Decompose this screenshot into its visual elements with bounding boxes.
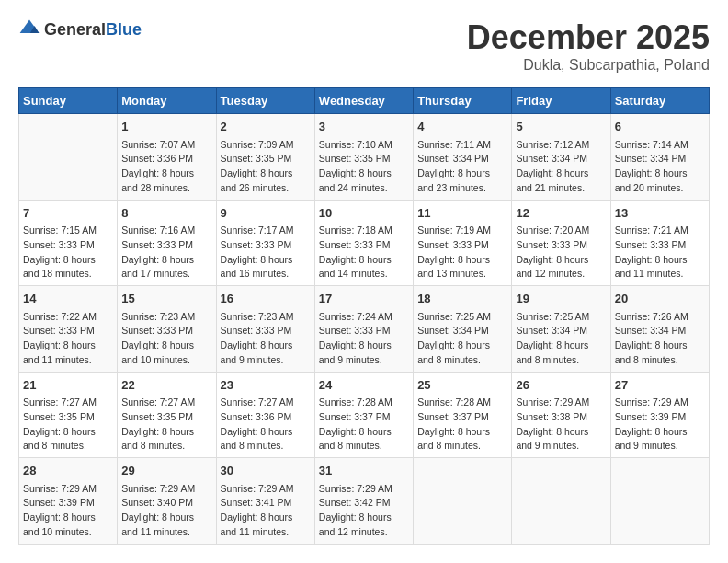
calendar-cell xyxy=(414,458,512,545)
day-number: 29 xyxy=(121,462,211,480)
calendar-cell: 25Sunrise: 7:28 AMSunset: 3:37 PMDayligh… xyxy=(414,372,512,458)
day-info: Sunrise: 7:21 AMSunset: 3:33 PMDaylight:… xyxy=(615,224,705,282)
logo-icon xyxy=(18,18,40,40)
calendar-cell: 4Sunrise: 7:11 AMSunset: 3:34 PMDaylight… xyxy=(414,114,512,201)
day-info: Sunrise: 7:27 AMSunset: 3:35 PMDaylight:… xyxy=(23,396,113,454)
week-row-3: 14Sunrise: 7:22 AMSunset: 3:33 PMDayligh… xyxy=(19,286,710,373)
day-number: 28 xyxy=(23,462,113,480)
day-number: 4 xyxy=(417,118,507,136)
day-info: Sunrise: 7:27 AMSunset: 3:35 PMDaylight:… xyxy=(121,396,211,454)
day-info: Sunrise: 7:07 AMSunset: 3:36 PMDaylight:… xyxy=(121,138,211,196)
header-day-tuesday: Tuesday xyxy=(216,88,314,114)
calendar-cell: 10Sunrise: 7:18 AMSunset: 3:33 PMDayligh… xyxy=(314,200,413,286)
day-number: 25 xyxy=(417,376,507,395)
calendar-cell: 1Sunrise: 7:07 AMSunset: 3:36 PMDaylight… xyxy=(118,114,216,201)
day-number: 27 xyxy=(615,376,705,395)
header-day-friday: Friday xyxy=(512,88,610,114)
calendar-cell: 30Sunrise: 7:29 AMSunset: 3:41 PMDayligh… xyxy=(216,458,314,545)
day-info: Sunrise: 7:27 AMSunset: 3:36 PMDaylight:… xyxy=(221,396,311,454)
day-number: 19 xyxy=(516,290,606,308)
day-info: Sunrise: 7:14 AMSunset: 3:34 PMDaylight:… xyxy=(615,138,705,196)
logo-blue: Blue xyxy=(106,20,142,39)
header-day-thursday: Thursday xyxy=(414,88,512,114)
calendar-cell: 9Sunrise: 7:17 AMSunset: 3:33 PMDaylight… xyxy=(216,200,314,286)
day-number: 10 xyxy=(319,204,409,223)
calendar-cell: 2Sunrise: 7:09 AMSunset: 3:35 PMDaylight… xyxy=(216,114,314,201)
day-info: Sunrise: 7:25 AMSunset: 3:34 PMDaylight:… xyxy=(516,310,606,368)
calendar-cell: 13Sunrise: 7:21 AMSunset: 3:33 PMDayligh… xyxy=(610,200,709,286)
day-info: Sunrise: 7:18 AMSunset: 3:33 PMDaylight:… xyxy=(319,224,409,282)
calendar-cell: 19Sunrise: 7:25 AMSunset: 3:34 PMDayligh… xyxy=(512,286,610,373)
day-info: Sunrise: 7:29 AMSunset: 3:39 PMDaylight:… xyxy=(23,482,113,540)
day-info: Sunrise: 7:16 AMSunset: 3:33 PMDaylight:… xyxy=(121,224,211,282)
week-row-1: 1Sunrise: 7:07 AMSunset: 3:36 PMDaylight… xyxy=(19,114,710,201)
logo-general: General xyxy=(44,20,106,39)
calendar-cell: 22Sunrise: 7:27 AMSunset: 3:35 PMDayligh… xyxy=(118,372,216,458)
day-number: 21 xyxy=(23,376,113,395)
day-number: 9 xyxy=(221,204,311,223)
day-info: Sunrise: 7:22 AMSunset: 3:33 PMDaylight:… xyxy=(23,310,113,368)
day-info: Sunrise: 7:28 AMSunset: 3:37 PMDaylight:… xyxy=(417,396,507,454)
calendar-cell xyxy=(610,458,709,545)
day-info: Sunrise: 7:29 AMSunset: 3:38 PMDaylight:… xyxy=(516,396,606,454)
day-number: 1 xyxy=(121,118,211,136)
calendar-cell: 31Sunrise: 7:29 AMSunset: 3:42 PMDayligh… xyxy=(314,458,413,545)
calendar-cell: 29Sunrise: 7:29 AMSunset: 3:40 PMDayligh… xyxy=(118,458,216,545)
day-number: 3 xyxy=(319,118,409,136)
day-info: Sunrise: 7:26 AMSunset: 3:34 PMDaylight:… xyxy=(615,310,705,368)
day-number: 14 xyxy=(23,290,113,308)
calendar-cell: 24Sunrise: 7:28 AMSunset: 3:37 PMDayligh… xyxy=(314,372,413,458)
main-title: December 2025 xyxy=(467,18,710,57)
day-info: Sunrise: 7:19 AMSunset: 3:33 PMDaylight:… xyxy=(417,224,507,282)
day-info: Sunrise: 7:20 AMSunset: 3:33 PMDaylight:… xyxy=(516,224,606,282)
calendar-cell: 20Sunrise: 7:26 AMSunset: 3:34 PMDayligh… xyxy=(610,286,709,373)
week-row-2: 7Sunrise: 7:15 AMSunset: 3:33 PMDaylight… xyxy=(19,200,710,286)
day-info: Sunrise: 7:17 AMSunset: 3:33 PMDaylight:… xyxy=(221,224,311,282)
day-number: 6 xyxy=(615,118,705,136)
sub-title: Dukla, Subcarpathia, Poland xyxy=(467,57,710,74)
header-day-wednesday: Wednesday xyxy=(314,88,413,114)
day-info: Sunrise: 7:28 AMSunset: 3:37 PMDaylight:… xyxy=(319,396,409,454)
day-number: 12 xyxy=(516,204,606,223)
day-number: 18 xyxy=(417,290,507,308)
calendar-cell: 12Sunrise: 7:20 AMSunset: 3:33 PMDayligh… xyxy=(512,200,610,286)
day-info: Sunrise: 7:11 AMSunset: 3:34 PMDaylight:… xyxy=(417,138,507,196)
calendar-cell: 26Sunrise: 7:29 AMSunset: 3:38 PMDayligh… xyxy=(512,372,610,458)
week-row-4: 21Sunrise: 7:27 AMSunset: 3:35 PMDayligh… xyxy=(19,372,710,458)
day-info: Sunrise: 7:10 AMSunset: 3:35 PMDaylight:… xyxy=(319,138,409,196)
day-info: Sunrise: 7:09 AMSunset: 3:35 PMDaylight:… xyxy=(221,138,311,196)
day-number: 17 xyxy=(319,290,409,308)
calendar-cell: 11Sunrise: 7:19 AMSunset: 3:33 PMDayligh… xyxy=(414,200,512,286)
day-number: 13 xyxy=(615,204,705,223)
day-number: 16 xyxy=(221,290,311,308)
day-number: 20 xyxy=(615,290,705,308)
day-number: 31 xyxy=(319,462,409,480)
calendar-cell: 27Sunrise: 7:29 AMSunset: 3:39 PMDayligh… xyxy=(610,372,709,458)
calendar-cell: 28Sunrise: 7:29 AMSunset: 3:39 PMDayligh… xyxy=(19,458,118,545)
calendar-header-row: SundayMondayTuesdayWednesdayThursdayFrid… xyxy=(19,88,710,114)
header-day-sunday: Sunday xyxy=(19,88,118,114)
calendar-cell: 7Sunrise: 7:15 AMSunset: 3:33 PMDaylight… xyxy=(19,200,118,286)
day-number: 24 xyxy=(319,376,409,395)
day-info: Sunrise: 7:29 AMSunset: 3:39 PMDaylight:… xyxy=(615,396,705,454)
day-number: 23 xyxy=(221,376,311,395)
week-row-5: 28Sunrise: 7:29 AMSunset: 3:39 PMDayligh… xyxy=(19,458,710,545)
day-number: 30 xyxy=(221,462,311,480)
day-info: Sunrise: 7:25 AMSunset: 3:34 PMDaylight:… xyxy=(417,310,507,368)
calendar-cell xyxy=(512,458,610,545)
day-info: Sunrise: 7:23 AMSunset: 3:33 PMDaylight:… xyxy=(221,310,311,368)
title-area: December 2025 Dukla, Subcarpathia, Polan… xyxy=(467,18,710,74)
day-info: Sunrise: 7:15 AMSunset: 3:33 PMDaylight:… xyxy=(23,224,113,282)
header-day-saturday: Saturday xyxy=(610,88,709,114)
day-number: 26 xyxy=(516,376,606,395)
header-day-monday: Monday xyxy=(118,88,216,114)
day-number: 11 xyxy=(417,204,507,223)
calendar-cell: 3Sunrise: 7:10 AMSunset: 3:35 PMDaylight… xyxy=(314,114,413,201)
day-info: Sunrise: 7:29 AMSunset: 3:42 PMDaylight:… xyxy=(319,482,409,540)
day-info: Sunrise: 7:24 AMSunset: 3:33 PMDaylight:… xyxy=(319,310,409,368)
day-info: Sunrise: 7:12 AMSunset: 3:34 PMDaylight:… xyxy=(516,138,606,196)
calendar-table: SundayMondayTuesdayWednesdayThursdayFrid… xyxy=(18,87,710,545)
calendar-cell: 23Sunrise: 7:27 AMSunset: 3:36 PMDayligh… xyxy=(216,372,314,458)
day-number: 8 xyxy=(121,204,211,223)
day-number: 2 xyxy=(221,118,311,136)
